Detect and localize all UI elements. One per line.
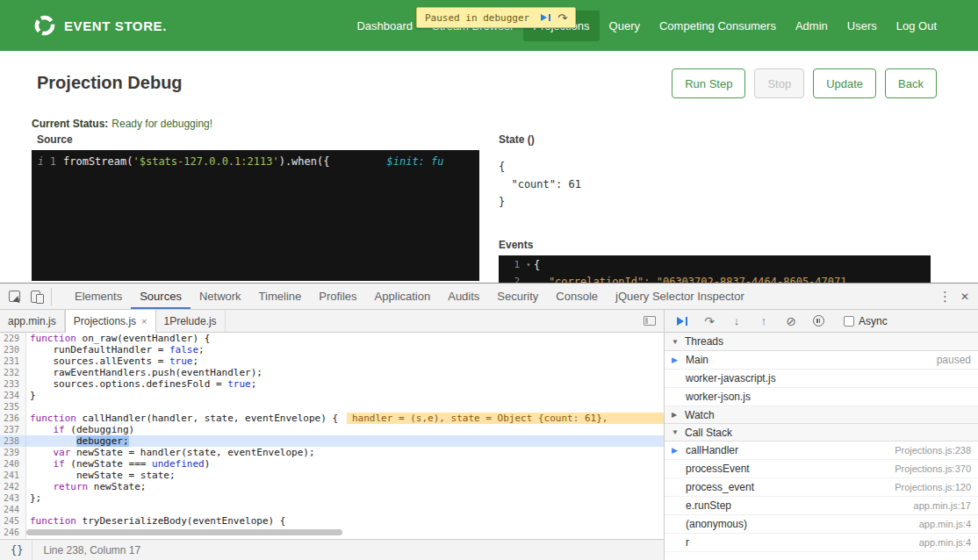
back-button[interactable]: Back [885,68,937,98]
kebab-menu-icon[interactable] [938,289,952,305]
inspect-cursor-icon [9,291,20,302]
source-editor[interactable]: i 1 fromStream('$stats-127.0.0.1:2113').… [32,150,479,281]
code-line[interactable]: 229function on_raw(eventHandler) { [0,333,664,344]
close-tab-icon[interactable]: × [141,316,147,327]
line-number[interactable]: 239 [0,447,26,458]
step-over-button[interactable] [702,314,716,328]
resume-icon [677,317,687,326]
nav-item-admin[interactable]: Admin [786,11,838,41]
code-line[interactable]: 230 runDefaultHandler = false; [0,344,664,355]
navigator-toggle-icon[interactable] [644,316,656,326]
call-stack-frame[interactable]: (anonymous)app.min.js:4 [665,515,978,534]
threads-header[interactable]: Threads [665,333,978,351]
events-line-number: 1 [499,259,523,270]
line-number[interactable]: 242 [0,481,26,492]
code-line[interactable]: 242 return newState; [0,481,664,492]
step-into-button[interactable] [730,314,744,328]
code-line[interactable]: 244 [0,504,664,515]
update-button[interactable]: Update [813,68,876,98]
line-number[interactable]: 235 [0,401,26,413]
thread-row[interactable]: ▶Mainpaused [665,351,978,370]
line-number[interactable]: 232 [0,367,26,378]
call-stack-frame[interactable]: ▶callHandlerProjections.js:238 [665,442,978,460]
run-step-button[interactable]: Run Step [672,68,745,98]
thread-row[interactable]: worker-javascript.js [665,370,978,388]
tab-jquery-selector-inspector[interactable]: jQuery Selector Inspector [607,284,753,309]
line-number[interactable]: 240 [0,458,26,470]
thread-name: Main [686,354,708,366]
nav-item-query[interactable]: Query [600,11,650,41]
code-line[interactable]: 241 newState = state; [0,470,664,481]
line-number[interactable]: 246 [0,527,26,538]
tab-profiles[interactable]: Profiles [310,284,365,309]
file-tab-1prelude-js[interactable]: 1Prelude.js [156,310,226,332]
code-line[interactable]: 245function tryDeserializeBody(eventEnve… [0,515,664,527]
call-stack-frame[interactable]: e.runStepapp.min.js:17 [665,497,978,515]
code-line[interactable]: 239 var newState = handler(state, eventE… [0,447,664,458]
pause-on-exceptions-button[interactable] [811,314,825,328]
tab-console[interactable]: Console [547,284,607,309]
nav-item-dashboard[interactable]: Dashboard [347,11,422,41]
code-line[interactable]: 235 [0,401,664,413]
file-tab-app-min-js[interactable]: app.min.js [0,310,65,332]
call-stack-frame[interactable]: processEventProjections.js:370 [665,460,978,478]
horizontal-scrollbar-thumb[interactable] [26,529,342,535]
tab-elements[interactable]: Elements [66,284,131,309]
eventstore-logo[interactable]: EVENT STORE. [33,14,167,37]
code-line[interactable]: 231 sources.allEvents = true; [0,355,664,367]
step-out-button[interactable] [757,314,771,328]
toolbar-divider [51,288,52,305]
tab-timeline[interactable]: Timeline [250,284,311,309]
call-stack-frame[interactable]: process_eventProjections.js:120 [665,478,978,497]
line-number[interactable]: 241 [0,470,26,481]
resume-script-icon[interactable] [537,10,554,25]
events-editor[interactable]: 1{2 "correlationId": "06303702-8837-4464… [499,255,931,283]
line-number[interactable]: 233 [0,378,26,390]
line-number[interactable]: 231 [0,355,26,367]
thread-row[interactable]: worker-json.js [665,388,978,406]
call-stack-frame[interactable]: rapp.min.js:4 [665,534,978,552]
code-line[interactable]: 238 debugger; [0,435,664,447]
call-stack-header[interactable]: Call Stack [665,423,978,442]
tab-security[interactable]: Security [488,284,547,309]
cursor-position: Line 238, Column 17 [43,544,140,556]
tab-application[interactable]: Application [366,284,440,309]
screen: EVENT STORE. DashboardStream BrowserProj… [0,0,978,560]
nav-item-log-out[interactable]: Log Out [887,11,946,41]
pretty-print-icon[interactable]: {} [9,540,32,560]
step-over-icon[interactable] [554,10,571,25]
nav-item-competing-consumers[interactable]: Competing Consumers [650,11,786,41]
code-line[interactable]: 234} [0,390,664,401]
code-line[interactable]: 232 rawEventHandlers.push(eventHandler); [0,367,664,378]
code-line[interactable]: 237 if (debugging) [0,424,664,435]
tab-sources[interactable]: Sources [131,284,191,309]
watch-header[interactable]: Watch [665,406,978,424]
line-number[interactable]: 229 [0,333,26,344]
tab-audits[interactable]: Audits [439,284,488,309]
tab-network[interactable]: Network [191,284,250,309]
line-number[interactable]: 230 [0,344,26,355]
code-line[interactable]: 243}; [0,492,664,504]
events-line-text: { [534,259,540,271]
line-number[interactable]: 245 [0,515,26,527]
code-line[interactable]: 233 sources.options.definesFold = true; [0,378,664,390]
fold-icon[interactable] [523,261,534,269]
code-line[interactable]: 236function callHandler(handler, state, … [0,413,664,424]
line-number[interactable]: 236 [0,413,26,424]
file-tab-projections-js[interactable]: Projections.js× [65,310,156,333]
deactivate-breakpoints-button[interactable] [784,314,798,328]
horizontal-scrollbar[interactable] [26,529,653,536]
line-number[interactable]: 243 [0,492,26,504]
line-number[interactable]: 234 [0,390,26,401]
code-editor[interactable]: 229function on_raw(eventHandler) {230 ru… [0,333,664,539]
line-number[interactable]: 238 [0,435,26,447]
nav-item-users[interactable]: Users [838,11,887,41]
line-number[interactable]: 244 [0,504,26,515]
async-checkbox[interactable] [844,316,854,327]
code-line[interactable]: 240 if (newState === undefined) [0,458,664,470]
line-number[interactable]: 237 [0,424,26,435]
close-devtools-icon[interactable] [960,291,969,303]
inspect-element-icon[interactable] [9,291,20,302]
resume-button[interactable] [675,314,689,328]
device-toolbar-icon[interactable] [31,291,40,303]
